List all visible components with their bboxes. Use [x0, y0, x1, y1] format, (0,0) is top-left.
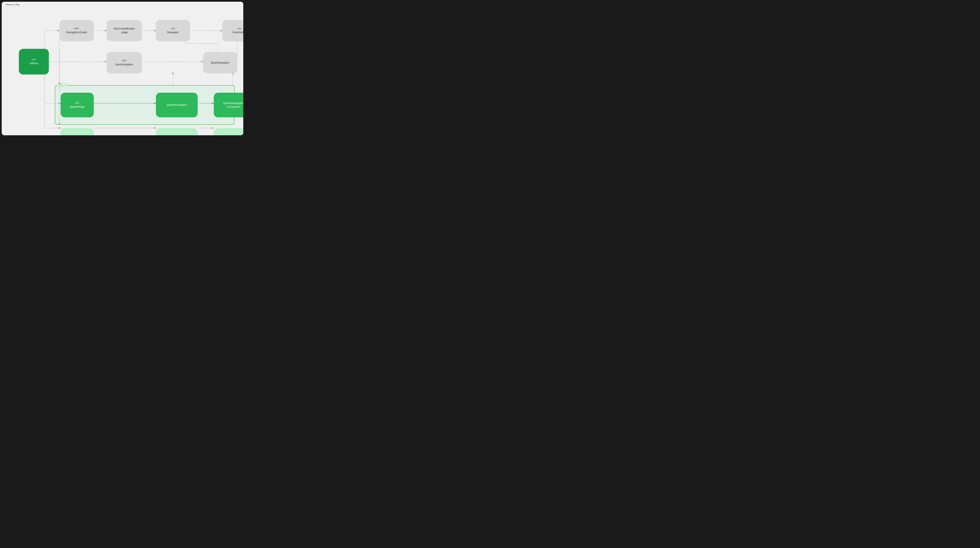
node-navigation-graph-label: <F>NavigationGraph	[66, 27, 87, 34]
node-destination-label: <I>Destination	[232, 27, 243, 34]
node-uiroot: <F>UiRoot	[19, 49, 49, 75]
node-nav-graph-builder-label: NavGraphBuilder.page	[114, 27, 135, 34]
node-base-navigator-class: BaseNavigator	[203, 52, 237, 73]
node-base-navigator-fn-label: <F>baseNavigator	[115, 59, 134, 66]
title-bar: Shared & App	[3, 3, 22, 6]
title-text: Shared & App	[5, 3, 20, 6]
node-uiroot-label: <F>UiRoot	[30, 58, 38, 65]
node-splash-page: <F>SplashPage	[60, 93, 94, 117]
node-main-page: <F>MainPage	[60, 128, 94, 135]
node-base-navigator-class-label: BaseNavigator	[211, 61, 229, 65]
node-destination: <I>Destination	[222, 20, 243, 41]
node-main-navigator: MainNavigator	[156, 128, 198, 135]
window: Shared & App Repeat	[2, 2, 243, 135]
node-base-navigator-fn: <F>baseNavigator	[107, 52, 142, 73]
node-navigator: <I>Navigator	[156, 20, 190, 41]
repeat-label: Repeat	[57, 83, 67, 86]
node-navigator-label: <I>Navigator	[167, 27, 179, 34]
node-splash-page-label: <F>SplashPage	[70, 102, 84, 109]
node-main-companion: MainNavigator.Companion	[214, 128, 243, 135]
node-navigation-graph: <F>NavigationGraph	[59, 20, 94, 41]
node-splash-companion-label: SplashNavigator.Companion	[223, 102, 243, 109]
node-nav-graph-builder: NavGraphBuilder.page	[107, 20, 142, 41]
node-splash-navigator: SplashNavigator	[156, 93, 198, 117]
diagram: Repeat	[2, 6, 243, 135]
node-splash-companion: SplashNavigator.Companion	[214, 93, 243, 117]
node-splash-navigator-label: SplashNavigator	[167, 103, 187, 107]
